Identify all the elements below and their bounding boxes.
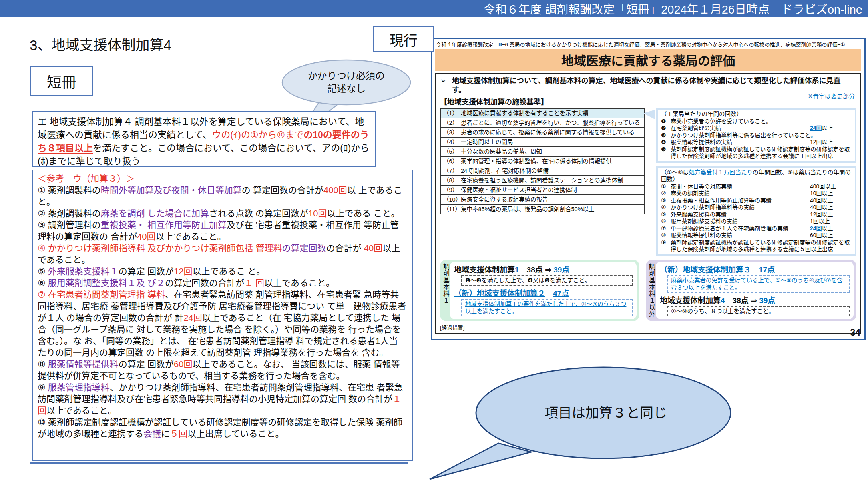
- header-title: 令和６年度 調剤報酬改定「短冊」2024年１月26日時点 ドラビズon-line: [484, 0, 862, 17]
- kasan1-title: 地域支援体制加算1 38点 ⇒ 39点: [454, 264, 633, 274]
- per-pharmacy-list: ❶ 麻薬小売業者の免許を受けていること。 ❷ 在宅薬剤管理の実績 24回以上 ❸…: [661, 118, 852, 160]
- arrow-bullet-icon: ➢: [440, 76, 452, 95]
- bubble-text-line1: かかりつけ必須の: [308, 70, 385, 81]
- criteria-row: （2） 患者ごとに、適切な薬学的管理を行い、かつ、服薬指導を行っている: [440, 118, 645, 128]
- item-value: 40回以上: [810, 204, 852, 211]
- criteria-row-number: （11）: [443, 206, 461, 213]
- item-marker: ⑧: [661, 232, 671, 239]
- criteria-row-number: （2）: [443, 119, 461, 126]
- kasan4-condition: ①～⑨のうち、８つ以上を満たすこと。: [667, 306, 850, 316]
- criteria-row-number: （6）: [443, 158, 461, 165]
- item-text: 薬剤師認定制度認証機構が認証している研修認定制度等の研修認定を取得した保険薬剤師…: [671, 146, 852, 160]
- kihon1-other-vertical-label: 調剤基本料１以外: [647, 262, 656, 319]
- item-marker: ❺: [661, 146, 671, 160]
- criteria-row-number: （3）: [443, 129, 461, 136]
- criteria-row-text: 保健医療・福祉サービス担当者との連携体制: [461, 186, 642, 194]
- kasan3-condition: 麻薬小売業者の免許を受けている上で、①～⑨のうち④及び⑦を含む３つ以上を満たすこ…: [671, 277, 842, 291]
- item-text: かかりつけ薬剤師指導料等の実績: [671, 204, 808, 211]
- criteria-row-number: （4）: [443, 138, 461, 146]
- criteria-row: （3） 患者の求めに応じて、投薬に係る薬剤に関する情報を提供している: [440, 127, 645, 138]
- requirement-item: ④ かかりつけ薬剤師指導料等の実績 40回以上: [661, 204, 852, 211]
- item-marker: ⑤: [661, 211, 671, 218]
- criteria-row-number: （10）: [443, 196, 461, 203]
- kasan3-title: （新）地域支援体制加算３ 17点: [660, 264, 850, 274]
- item-text: 服用薬剤調整支援料の実績: [671, 218, 808, 225]
- criteria-row-number: （8）: [443, 177, 461, 184]
- connector-triangle: [643, 110, 655, 120]
- criteria-row-number: （5）: [443, 148, 461, 155]
- item-text: 重複投薬・相互作用等防止加算等の実績: [671, 197, 808, 204]
- item-marker: ④: [661, 204, 671, 211]
- criteria-table: （1） 地域医療に貢献する体制を有することを示す実績 （2） 患者ごとに、適切な…: [440, 108, 645, 256]
- criteria-row: （9） 保健医療・福祉サービス担当者との連携体制: [440, 185, 645, 195]
- lead-text: 地域支援体制加算について、調剤基本料の算定、地域医療への貢献に係る体制や実績に応…: [452, 76, 854, 95]
- item-value: 24回以上: [810, 125, 852, 132]
- requirement-item: ⑦ 単一建物診療患者が１人の在宅薬剤管理の実績 24回以上: [661, 225, 852, 232]
- criteria-row: （1） 地域医療に貢献する体制を有することを示す実績: [440, 108, 645, 118]
- item-marker: ⑨: [661, 239, 671, 253]
- kasan2-condition: 地域支援体制加算１の要件を満たした上で、①～⑨のうち３つ以上を満たすこと。: [465, 301, 626, 314]
- item-text: 薬剤師認定制度認証機構が認証している研修認定制度等の研修認定を取得した保険薬剤師…: [671, 239, 852, 253]
- per-10k-box: （①～⑧は処方箋受付１万回当たりの年間回数、⑨は薬局当たりの年間の回数） ① 夜…: [656, 166, 856, 256]
- callout-same-as-kasan3-bubble: 項目は加算３と同じ: [422, 360, 783, 484]
- kihon1-content: 地域支援体制加算1 38点 ⇒ 39点 ❶～❸を満たした上で、❹又は❺を満たすこ…: [450, 262, 637, 319]
- criteria-row: （8） 在宅療養を担う医療機関、訪問看護ステーションとの連携体制: [440, 175, 645, 186]
- item-value: 12回以上: [810, 139, 852, 146]
- page-number: 34: [850, 327, 860, 338]
- item-text: かかりつけ薬剤師指導料等に係る届出を行っていること。: [671, 132, 852, 139]
- panel-banner: 地域医療に貢献する薬局の評価: [435, 49, 861, 71]
- item-marker: ⑦: [661, 225, 671, 232]
- tanzaku-label: 短冊: [47, 70, 76, 92]
- bubble-text: 項目は加算３と同じ: [545, 405, 667, 420]
- criteria-row-number: （7）: [443, 167, 461, 174]
- requirement-item: ❸ かかりつけ薬剤師指導料等に係る届出を行っていること。: [661, 132, 852, 139]
- item-text: 服薬情報等提供料の実績: [671, 232, 808, 239]
- criteria-row-text: 一定時間以上の開局: [461, 138, 642, 146]
- requirement-item: ❺ 薬剤師認定制度認証機構が認証している研修認定制度等の研修認定を取得した保険薬…: [661, 146, 852, 160]
- item-text: 麻薬小売業者の免許を受けていること。: [671, 118, 852, 125]
- kasan1-condition: ❶～❸を満たした上で、❹又は❺を満たすこと。: [461, 275, 633, 286]
- item-marker: ②: [661, 190, 671, 197]
- criteria-columns: （1） 地域医療に貢献する体制を有することを示す実績 （2） 患者ごとに、適切な…: [440, 108, 856, 256]
- item-value: 400回以上: [810, 183, 852, 190]
- item-value: 60回以上: [810, 232, 852, 239]
- item-text: 在宅薬剤管理の実績: [671, 125, 808, 132]
- criteria-heading: 【地域支援体制加算の施設基準】: [440, 96, 856, 106]
- tanzaku-text-box: エ 地域支援体制加算４ 調剤基本料１以外を算定している保険薬局において、地域医療…: [32, 111, 376, 167]
- transition-measures: [経過措置]: [440, 324, 856, 332]
- item-value: 12回以上: [810, 211, 852, 218]
- page-title: 3、地域支援体制加算4: [30, 34, 171, 54]
- criteria-row-text: 患者の求めに応じて、投薬に係る薬剤に関する情報を提供している: [461, 129, 642, 136]
- item-value: 10回以上: [810, 190, 852, 197]
- item-marker: ❹: [661, 139, 671, 146]
- requirement-item: ❹ 服薬情報等提供料の実績 12回以上: [661, 139, 852, 146]
- item-marker: ③: [661, 197, 671, 204]
- kasan4-title: 地域支援体制加算4 38点 ⇒ 39点: [660, 294, 850, 305]
- item-value: 24回以上: [810, 225, 852, 232]
- per-10k-title: （①～⑧は処方箋受付１万回当たりの年間回数、⑨は薬局当たりの年間の回数）: [661, 169, 852, 183]
- requirement-item: ② 麻薬の調剤実績 10回以上: [661, 190, 852, 197]
- item-marker: ❷: [661, 125, 671, 132]
- reference-kasan3-box: ＜参考 ウ（加算３）＞① 薬剤調製料の時間外等加算及び夜間・休日等加算の 算定回…: [32, 170, 413, 461]
- requirement-item: ❶ 麻薬小売業者の免許を受けていること。: [661, 118, 852, 125]
- item-text: 単一建物診療患者が１人の在宅薬剤管理の実績: [671, 225, 808, 232]
- item-marker: ❶: [661, 118, 671, 125]
- criteria-row-number: （9）: [443, 186, 461, 194]
- criteria-row-text: 在宅療養を担う医療機関、訪問看護ステーションとの連携体制: [461, 177, 642, 184]
- criteria-row-text: 医療安全に資する取組実績の報告: [461, 196, 642, 203]
- slide-root: 令和６年度 調剤報酬改定「短冊」2024年１月26日時点 ドラビズon-line…: [0, 0, 868, 488]
- item-value: 1回以上: [810, 218, 852, 225]
- kasan2-title: （新）地域支援体制加算２ 47点: [454, 287, 633, 298]
- divider-line: [30, 462, 408, 464]
- criteria-row: （11） 集中率85%超の薬局は、後発品の調剤割合50%以上: [440, 204, 645, 214]
- transition-heading: [経過措置]: [440, 324, 856, 332]
- bubble-ellipse: [282, 60, 410, 105]
- requirement-item: ⑨ 薬剤師認定制度認証機構が認証している研修認定制度等の研修認定を取得した保険薬…: [661, 239, 852, 253]
- kihon1-other-group: 調剤基本料１以外 （新）地域支援体制加算３ 17点 麻薬小売業者の免許を受けてい…: [646, 260, 856, 321]
- item-text: 麻薬の調剤実績: [671, 190, 808, 197]
- criteria-row: （4） 一定時間以上の開局: [440, 137, 645, 147]
- criteria-row-text: 薬学的管理・指導の体制整備、在宅に係る体制の情報提供: [461, 158, 642, 165]
- kihon1-group: 調剤基本料１ 地域支援体制加算1 38点 ⇒ 39点 ❶～❸を満たした上で、❹又…: [440, 260, 639, 321]
- per-10k-list: ① 夜間・休日等の対応実績 400回以上 ② 麻薬の調剤実績 10回以上 ③ 重…: [661, 183, 852, 253]
- requirement-item: ⑤ 外来服薬支援料の実績 12回以上: [661, 211, 852, 218]
